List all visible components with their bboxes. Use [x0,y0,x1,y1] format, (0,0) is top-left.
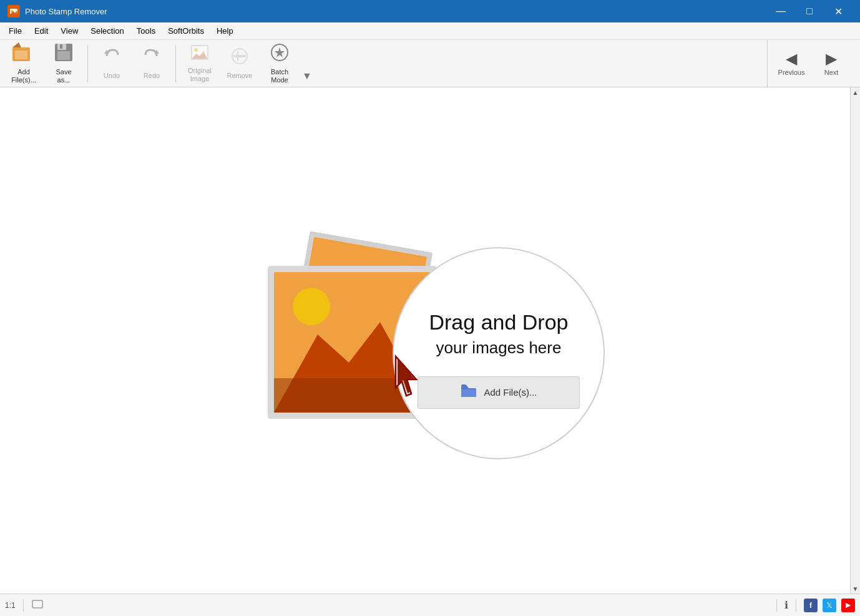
svg-rect-18 [237,51,238,61]
svg-point-30 [293,288,330,325]
info-icon: ℹ [784,599,788,611]
save-as-button[interactable]: Saveas... [45,42,82,85]
twitter-icon[interactable]: 𝕏 [823,599,836,612]
menu-view[interactable]: View [54,24,84,38]
minimize-button[interactable]: — [766,0,795,22]
next-label: Next [824,69,839,76]
original-image-icon [190,44,210,64]
scroll-down[interactable]: ▼ [851,584,861,594]
previous-label: Previous [778,69,805,76]
undo-label: Undo [104,72,120,80]
svg-rect-10 [60,44,62,49]
facebook-icon[interactable]: f [804,599,818,612]
youtube-icon[interactable]: ▶ [841,599,855,612]
close-button[interactable]: ✕ [824,0,853,22]
redo-icon [142,46,162,69]
window-controls: — □ ✕ [766,0,853,22]
undo-icon [102,46,122,69]
svg-rect-32 [461,389,476,397]
status-bar: 1:1 ℹ f 𝕏 ▶ [0,594,860,616]
zoom-level: 1:1 [5,601,16,610]
svg-point-15 [194,48,198,52]
status-sep-1 [23,599,24,612]
right-scrollbar: ▲ ▼ [850,87,860,594]
menu-bar: File Edit View Selection Tools SoftOrbit… [0,22,860,40]
cursor-icon [386,353,430,416]
svg-rect-33 [32,600,42,608]
remove-button[interactable]: Remove [221,42,258,85]
menu-softorbits[interactable]: SoftOrbits [162,24,210,38]
original-image-button[interactable]: OriginalImage [181,42,218,85]
batch-mode-label: BatchMode [271,68,288,84]
app-icon [7,5,20,17]
menu-file[interactable]: File [2,24,28,38]
folder-icon [460,383,477,402]
drop-illustration: Drag and Drop your images here Add File(… [261,228,599,453]
svg-rect-6 [15,51,27,59]
remove-icon [230,46,250,69]
remove-label: Remove [227,72,253,80]
maximize-button[interactable]: □ [795,0,824,22]
add-files-label: AddFile(s)... [11,68,36,84]
redo-button[interactable]: Redo [133,42,170,85]
svg-rect-17 [233,55,246,57]
add-files-button[interactable]: AddFile(s)... [5,42,42,85]
app-title: Photo Stamp Remover [25,7,766,16]
undo-button[interactable]: Undo [93,42,130,85]
toolbar-nav: ◀ Previous ▶ Next [767,40,855,87]
next-button[interactable]: ▶ Next [813,42,850,85]
main-content: Drag and Drop your images here Add File(… [0,87,860,594]
your-images-text: your images here [436,338,562,358]
scroll-up[interactable]: ▲ [851,87,861,97]
batch-mode-button[interactable]: BatchMode [261,42,298,85]
menu-tools[interactable]: Tools [130,24,162,38]
add-files-button-main[interactable]: Add File(s)... [418,376,580,409]
status-right: ℹ f 𝕏 ▶ [774,599,855,612]
original-image-label: OriginalImage [188,67,212,83]
image-size-icon [31,599,44,611]
next-icon: ▶ [826,51,837,66]
drag-drop-text: Drag and Drop [429,310,568,335]
svg-rect-9 [57,51,70,60]
previous-button[interactable]: ◀ Previous [773,42,810,85]
title-bar: Photo Stamp Remover — □ ✕ [0,0,860,22]
separator-1 [87,45,88,82]
status-sep-2 [776,599,777,612]
add-files-icon [12,42,35,66]
add-files-label-main: Add File(s)... [484,387,537,398]
status-left: 1:1 [5,599,774,612]
toolbar-expand[interactable]: ▼ [302,71,312,82]
previous-icon: ◀ [786,51,797,66]
save-as-icon [54,42,74,66]
status-sep-3 [796,599,796,612]
menu-edit[interactable]: Edit [28,24,54,38]
redo-label: Redo [144,72,160,80]
menu-help[interactable]: Help [210,24,240,38]
toolbar: AddFile(s)... Saveas... Undo [0,40,860,87]
separator-2 [175,45,176,82]
svg-marker-5 [12,42,21,47]
save-as-label: Saveas... [56,68,71,84]
batch-mode-icon [270,42,290,66]
menu-selection[interactable]: Selection [84,24,130,38]
